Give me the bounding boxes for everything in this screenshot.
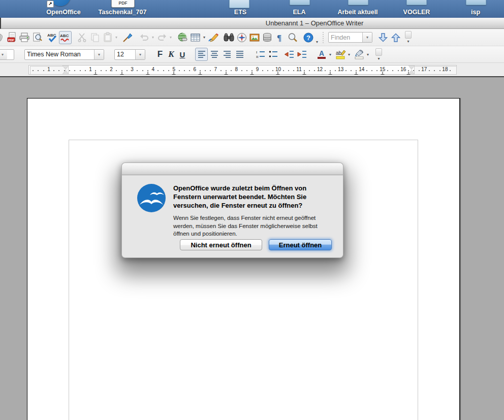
svg-text:¶: ¶ [277,33,281,43]
ruler-tick-dot [142,70,143,71]
dialog-buttons: Nicht erneut öffnen Erneut öffnen [180,239,332,250]
background-color-icon[interactable] [353,48,365,61]
numbered-list-icon[interactable]: III [254,48,267,61]
ruler-number: 1 [89,67,92,72]
ruler-tick-dot [345,70,346,71]
print-button[interactable] [18,31,30,44]
ruler-tick-dot [293,70,294,71]
font-size-input[interactable] [115,50,135,59]
overflow-caret: ▾ [376,56,382,61]
align-right-icon[interactable] [220,48,233,61]
navigator-icon[interactable] [235,31,248,44]
underline-button[interactable]: U [177,50,188,59]
ruler-tab-stop [146,71,149,75]
horizontal-ruler[interactable]: 1234567891011121314151617181 [28,65,457,75]
dialog-content: OpenOffice wurde zuletzt beim Öffnen von… [122,175,343,238]
folder-icon-ets[interactable] [229,0,249,8]
align-left-icon[interactable] [195,48,208,61]
window-titlebar[interactable]: Unbenannt 1 – OpenOffice Writer [0,18,504,29]
paste-icon[interactable] [101,31,114,44]
align-center-icon[interactable] [208,48,220,61]
format-paintbrush-icon[interactable] [121,31,134,44]
find-previous-up-icon[interactable] [389,31,402,44]
ruler-number: 11 [296,67,301,72]
background-color-dropdown-caret[interactable]: ▾ [365,52,370,57]
pdf-file-icon[interactable]: PDF [111,0,135,8]
ruler-tab-stop [381,71,384,75]
ruler-tab-stop [172,71,176,75]
font-size-dropdown-caret[interactable]: ▾ [135,50,145,59]
find-dropdown-caret[interactable]: ▾ [362,33,372,42]
decrease-indent-icon[interactable] [282,48,295,61]
ruler-tick-dot [392,70,393,71]
bold-button[interactable]: F [154,49,166,59]
desktop-label-isp[interactable]: isp [435,9,504,16]
reopen-button[interactable]: Erneut öffnen [269,239,332,250]
bullet-list-icon[interactable] [267,48,279,61]
ruler-tick-dot [450,70,451,71]
ruler-tick-dot [325,70,326,71]
find-input[interactable] [329,33,362,42]
font-name-input[interactable] [25,50,94,59]
find-next-down-icon[interactable] [376,31,389,44]
copy-icon[interactable] [88,31,101,44]
find-combobox[interactable]: ▾ [328,32,372,43]
data-sources-icon[interactable] [261,31,273,44]
zoom-icon[interactable] [286,31,299,44]
highlighting-icon[interactable]: ab [334,48,346,61]
font-name-dropdown-caret[interactable]: ▾ [94,50,104,59]
svg-text:?: ? [306,34,310,42]
ruler-tick-dot [272,70,273,71]
dialog-titlebar[interactable] [122,163,343,175]
folder-icon-vogler[interactable] [406,0,427,5]
font-color-dropdown-caret[interactable]: ▾ [328,52,333,57]
redo-icon[interactable] [155,31,168,44]
hyperlink-icon[interactable] [176,31,189,44]
auto-spellcheck-icon[interactable]: ABC [59,31,72,44]
svg-text:ab: ab [336,50,342,56]
ruler-tab-stop [250,71,254,75]
font-size-combobox[interactable]: ▾ [114,49,145,60]
ruler-tick-dot [429,70,430,71]
folder-icon-isp[interactable] [466,0,486,5]
left-margin-marker[interactable] [62,66,69,74]
ruler-tick-dot [371,70,372,71]
style-dropdown-caret[interactable]: ▾ [0,50,7,59]
formatting-toolbar-overflow[interactable]: ▾ [375,48,382,61]
spellcheck-icon[interactable]: ABC [46,31,59,44]
find-toolbar-grip[interactable] [322,32,324,43]
cut-icon[interactable] [76,31,88,44]
draw-functions-icon[interactable] [207,31,219,44]
find-toolbar-overflow[interactable]: ▾ [405,31,412,44]
font-name-combobox[interactable]: ▾ [24,49,104,60]
export-pdf-button[interactable]: PDF [5,31,18,44]
paste-dropdown-caret[interactable]: ▾ [114,35,119,40]
align-justify-icon[interactable] [233,48,246,61]
find-replace-icon[interactable] [223,31,235,44]
page-preview-button[interactable] [30,31,43,44]
increase-indent-icon[interactable] [295,48,308,61]
dont-reopen-button[interactable]: Nicht erneut öffnen [180,239,262,250]
italic-button[interactable]: K [166,49,177,59]
ruler-tick-dot [33,70,34,71]
paragraph-style-combobox[interactable]: ▾ [0,49,15,60]
insert-table-icon[interactable] [189,31,202,44]
ruler-tab-stop [276,71,280,75]
document-page[interactable] [27,98,460,420]
table-dropdown-caret[interactable]: ▾ [202,35,207,40]
highlighting-dropdown-caret[interactable]: ▾ [346,52,352,57]
undo-dropdown-caret[interactable]: ▾ [150,35,155,40]
ruler-tick-dot [210,70,211,71]
right-margin-marker[interactable] [408,66,415,74]
undo-icon[interactable] [138,31,150,44]
help-icon[interactable]: ? [302,31,314,44]
desktop-label-taschenkal[interactable]: Taschenkal_707 [82,9,163,16]
gallery-icon[interactable] [248,31,261,44]
folder-icon-ela[interactable] [290,0,310,5]
formatting-marks-icon[interactable]: ¶ [273,31,286,44]
redo-dropdown-caret[interactable]: ▾ [168,35,173,40]
folder-icon-arbeit-aktuell[interactable] [348,0,368,5]
toolbar-overflow-caret[interactable]: ▾ [314,40,320,44]
ruler-tick-dot [85,70,86,71]
font-color-icon[interactable]: A [315,48,328,61]
